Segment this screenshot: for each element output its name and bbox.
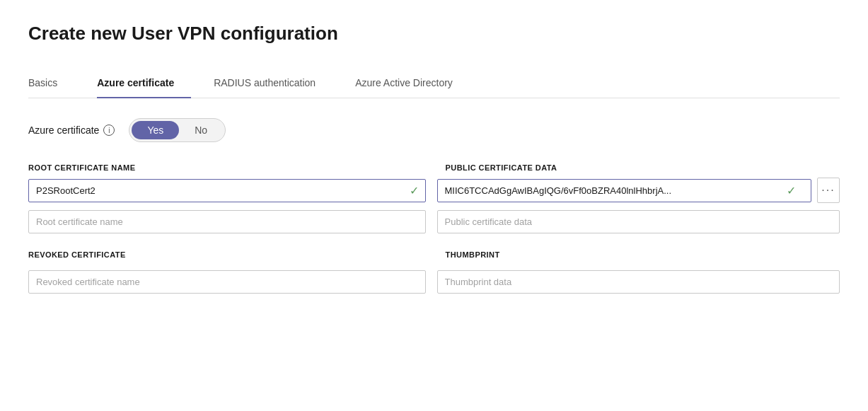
revoked-cert-name-cell xyxy=(28,270,434,294)
revoked-cert-name-input[interactable] xyxy=(28,270,426,294)
public-cert-data-cell-2 xyxy=(434,210,840,233)
public-cert-data-input-1[interactable] xyxy=(437,179,812,202)
revoked-cert-row-1 xyxy=(28,270,840,294)
page-title: Create new User VPN configuration xyxy=(28,23,840,45)
toggle-label-text: Azure certificate xyxy=(28,125,99,136)
yes-no-toggle[interactable]: Yes No xyxy=(129,118,226,142)
thumbprint-cell xyxy=(434,270,840,294)
thumbprint-input[interactable] xyxy=(437,270,840,294)
root-cert-headers: ROOT CERTIFICATE NAME PUBLIC CERTIFICATE… xyxy=(28,163,840,178)
root-cert-name-cell-1: ✓ xyxy=(28,179,434,202)
tab-azure-ad[interactable]: Azure Active Directory xyxy=(355,70,470,98)
tab-azure-certificate[interactable]: Azure certificate xyxy=(97,70,191,98)
root-cert-col2-header: PUBLIC CERTIFICATE DATA xyxy=(434,163,840,178)
root-cert-row-1: ✓ ✓ ··· xyxy=(28,178,840,203)
revoked-cert-col1-header: REVOKED CERTIFICATE xyxy=(28,250,434,265)
root-cert-name-input-1[interactable] xyxy=(28,179,426,202)
tab-bar: Basics Azure certificate RADIUS authenti… xyxy=(28,70,840,98)
public-cert-data-cell-1: ✓ ··· xyxy=(434,178,840,203)
info-icon[interactable]: i xyxy=(103,125,115,136)
public-cert-check-icon-1: ✓ xyxy=(787,184,796,197)
revoked-cert-section: REVOKED CERTIFICATE THUMBPRINT xyxy=(28,250,840,294)
azure-certificate-toggle-row: Azure certificate i Yes No xyxy=(28,118,840,142)
revoked-cert-headers: REVOKED CERTIFICATE THUMBPRINT xyxy=(28,250,840,265)
toggle-no[interactable]: No xyxy=(179,121,223,139)
dots-menu-button[interactable]: ··· xyxy=(817,178,840,203)
root-cert-check-icon-1: ✓ xyxy=(410,184,419,197)
root-cert-col1-header: ROOT CERTIFICATE NAME xyxy=(28,163,434,178)
root-cert-name-cell-2 xyxy=(28,210,434,233)
tab-radius-auth[interactable]: RADIUS authentication xyxy=(214,70,332,98)
toggle-yes[interactable]: Yes xyxy=(132,121,179,139)
revoked-cert-col2-header: THUMBPRINT xyxy=(434,250,840,265)
root-cert-row-2 xyxy=(28,210,840,233)
root-cert-name-input-2[interactable] xyxy=(28,210,426,233)
public-cert-data-input-2[interactable] xyxy=(437,210,840,233)
tab-basics[interactable]: Basics xyxy=(28,70,74,98)
root-cert-section: ROOT CERTIFICATE NAME PUBLIC CERTIFICATE… xyxy=(28,163,840,233)
toggle-label: Azure certificate i xyxy=(28,125,115,136)
